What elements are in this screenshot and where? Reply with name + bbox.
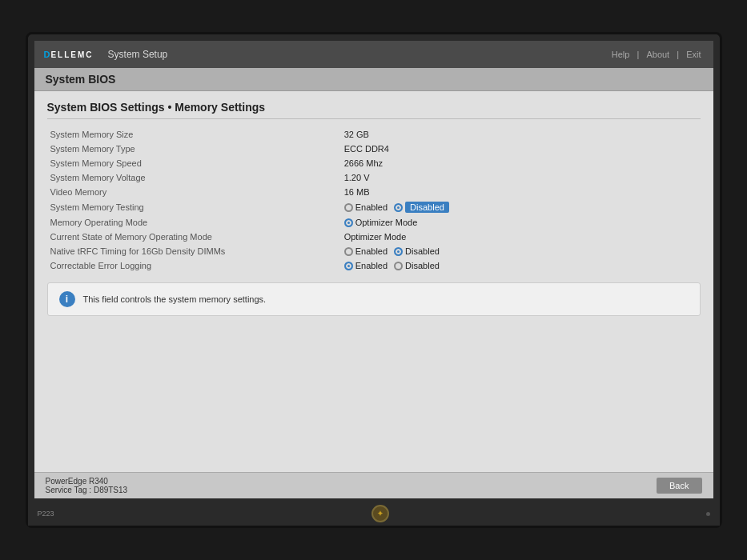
table-row: System Memory Speed 2666 Mhz bbox=[47, 156, 701, 170]
service-tag-value: D89TS13 bbox=[94, 486, 127, 494]
disabled-option[interactable]: Disabled bbox=[394, 202, 449, 213]
table-row: System Memory Type ECC DDR4 bbox=[47, 142, 701, 156]
row-value: 2666 Mhz bbox=[341, 156, 701, 170]
error-disabled-label: Disabled bbox=[405, 261, 440, 270]
error-enabled-option[interactable]: Enabled bbox=[344, 261, 388, 270]
emc-text: ELLEMC bbox=[50, 50, 93, 59]
monitor-logo: ✦ bbox=[368, 506, 392, 522]
trfc-disabled-radio[interactable] bbox=[394, 247, 403, 256]
back-button[interactable]: Back bbox=[657, 478, 701, 494]
disabled-label: Disabled bbox=[405, 202, 449, 213]
row-label: Video Memory bbox=[47, 185, 341, 199]
row-label: System Memory Speed bbox=[47, 156, 341, 170]
trfc-disabled-option[interactable]: Disabled bbox=[394, 246, 440, 256]
error-disabled-option[interactable]: Disabled bbox=[394, 261, 440, 270]
header-nav: Help | About | Exit bbox=[609, 50, 704, 59]
table-row: System Memory Testing Enabled Disabled bbox=[47, 199, 701, 215]
row-value: 32 GB bbox=[341, 127, 701, 142]
trfc-enabled-radio[interactable] bbox=[344, 247, 353, 256]
memory-mode-radio-group: Optimizer Mode bbox=[344, 218, 697, 227]
row-value: ECC DDR4 bbox=[341, 142, 701, 156]
led-indicator bbox=[706, 512, 710, 516]
dell-emc-logo: D​ELLEMC bbox=[44, 50, 94, 59]
enabled-option[interactable]: Enabled bbox=[344, 202, 388, 212]
footer-info: PowerEdge R340 Service Tag : D89TS13 bbox=[46, 477, 128, 494]
error-logging-radio-group: Enabled Disabled bbox=[344, 261, 697, 270]
row-label: Correctable Error Logging bbox=[47, 258, 341, 273]
table-row: System Memory Voltage 1.20 V bbox=[47, 170, 701, 185]
help-link[interactable]: Help bbox=[612, 50, 630, 59]
disabled-radio[interactable] bbox=[394, 203, 403, 212]
row-label: System Memory Type bbox=[47, 142, 341, 156]
info-text: This field controls the system memory se… bbox=[83, 294, 267, 304]
row-label: System Memory Size bbox=[47, 127, 341, 142]
content-area: System BIOS Settings • Memory Settings S… bbox=[34, 91, 713, 472]
table-row: System Memory Size 32 GB bbox=[47, 127, 701, 142]
table-row: Native tRFC Timing for 16Gb Density DIMM… bbox=[47, 244, 701, 258]
enabled-radio[interactable] bbox=[344, 203, 353, 212]
row-label: Memory Operating Mode bbox=[47, 215, 341, 230]
enabled-label: Enabled bbox=[355, 202, 388, 212]
monitor: D​ELLEMC System Setup Help | About | Exi… bbox=[26, 32, 722, 528]
row-label: Native tRFC Timing for 16Gb Density DIMM… bbox=[47, 244, 341, 258]
row-value: 1.20 V bbox=[341, 170, 701, 185]
error-enabled-label: Enabled bbox=[355, 261, 388, 270]
error-disabled-radio[interactable] bbox=[394, 262, 403, 270]
trfc-disabled-label: Disabled bbox=[405, 246, 440, 256]
trfc-radio-group: Enabled Disabled bbox=[344, 246, 697, 256]
row-label: Current State of Memory Operating Mode bbox=[47, 230, 341, 244]
logo-circle: ✦ bbox=[371, 505, 389, 522]
service-tag-info: Service Tag : D89TS13 bbox=[46, 486, 128, 494]
optimizer-label: Optimizer Mode bbox=[355, 218, 418, 227]
footer-bar: PowerEdge R340 Service Tag : D89TS13 Bac… bbox=[34, 472, 713, 498]
bios-title: System BIOS bbox=[46, 73, 702, 86]
optimizer-radio[interactable] bbox=[344, 218, 353, 227]
row-value: 16 MB bbox=[341, 185, 701, 199]
exit-link[interactable]: Exit bbox=[686, 50, 701, 59]
table-row: Correctable Error Logging Enabled Disabl… bbox=[47, 258, 701, 273]
trfc-enabled-option[interactable]: Enabled bbox=[344, 246, 388, 256]
model-label: PowerEdge R340 bbox=[46, 477, 128, 486]
bios-title-bar: System BIOS bbox=[34, 68, 713, 91]
trfc-enabled-label: Enabled bbox=[355, 246, 388, 256]
settings-page-title: System BIOS Settings • Memory Settings bbox=[47, 101, 701, 119]
info-icon: i bbox=[59, 291, 75, 307]
monitor-bottom-bar: P223 ✦ bbox=[28, 502, 720, 526]
memory-testing-radio-group: Enabled Disabled bbox=[344, 202, 697, 213]
row-value: Enabled Disabled bbox=[341, 244, 701, 258]
row-label: System Memory Testing bbox=[47, 199, 341, 215]
row-value: Optimizer Mode bbox=[341, 230, 701, 244]
row-value: Optimizer Mode bbox=[341, 215, 701, 230]
logo-symbol: ✦ bbox=[377, 510, 384, 518]
system-setup-title: System Setup bbox=[108, 49, 168, 60]
monitor-model-label: P223 bbox=[38, 510, 54, 518]
row-value: Enabled Disabled bbox=[341, 258, 701, 273]
settings-table: System Memory Size 32 GB System Memory T… bbox=[47, 127, 701, 273]
optimizer-option[interactable]: Optimizer Mode bbox=[344, 218, 418, 227]
row-label: System Memory Voltage bbox=[47, 170, 341, 185]
header-bar: D​ELLEMC System Setup Help | About | Exi… bbox=[34, 41, 713, 68]
table-row: Memory Operating Mode Optimizer Mode bbox=[47, 215, 701, 230]
info-box: i This field controls the system memory … bbox=[47, 282, 701, 316]
about-link[interactable]: About bbox=[646, 50, 669, 59]
screen: D​ELLEMC System Setup Help | About | Exi… bbox=[34, 41, 713, 498]
table-row: Current State of Memory Operating Mode O… bbox=[47, 230, 701, 244]
table-row: Video Memory 16 MB bbox=[47, 185, 701, 199]
header-left: D​ELLEMC System Setup bbox=[44, 49, 168, 60]
service-tag-label: Service Tag : bbox=[46, 486, 92, 494]
error-enabled-radio[interactable] bbox=[344, 262, 353, 270]
row-value: Enabled Disabled bbox=[341, 199, 701, 215]
